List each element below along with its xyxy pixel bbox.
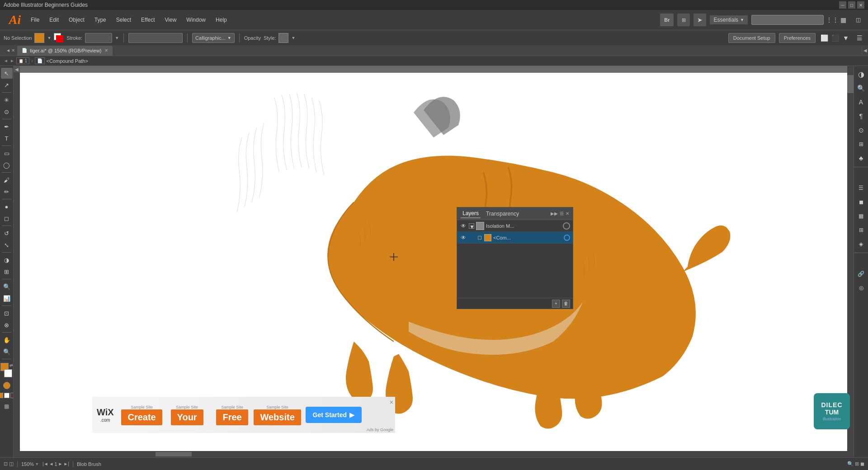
ellipse-tool-button[interactable]: ◯ — [1, 160, 13, 170]
layers-tab[interactable]: Layers — [461, 209, 481, 218]
scrollbar-thumb-vertical[interactable] — [847, 75, 854, 93]
new-layer-button[interactable]: + — [552, 300, 560, 308]
search-input[interactable] — [751, 15, 824, 25]
links-panel-button[interactable]: 🔗 — [855, 268, 868, 280]
prev-page-button[interactable]: ◄ — [49, 461, 54, 466]
first-page-button[interactable]: |◄ — [42, 461, 48, 466]
mesh-tool-button[interactable]: ⊞ — [1, 266, 13, 277]
wix-your-button[interactable]: Sample Site Your — [165, 401, 210, 428]
color-panel-button[interactable]: ◑ — [855, 68, 868, 80]
style-dropdown-arrow[interactable]: ▼ — [291, 36, 295, 40]
distribute-button[interactable]: ⬛ — [830, 33, 840, 43]
pencil-tool-button[interactable]: ✏ — [1, 186, 13, 197]
fill-color-box[interactable] — [34, 33, 44, 43]
pathfinder-button[interactable]: ◈ — [855, 238, 868, 250]
layer-visibility-icon[interactable]: 👁 — [460, 222, 467, 230]
swatches-panel-button[interactable]: ♣ — [855, 152, 868, 164]
menu-file[interactable]: File — [26, 10, 44, 30]
tab-collapse-button[interactable]: ◀ — [862, 46, 868, 56]
screen-mode-button[interactable]: ▦ — [838, 15, 848, 25]
close-button[interactable]: ✕ — [857, 1, 864, 9]
stroke-dropdown-arrow[interactable]: ▼ — [115, 36, 119, 40]
breadcrumb-layer-number[interactable]: 📋 1 — [16, 57, 29, 64]
menu-effect[interactable]: Effect — [137, 10, 159, 30]
navigator-panel-button[interactable]: ◎ — [855, 282, 868, 294]
menu-view[interactable]: View — [160, 10, 181, 30]
slice-tool-button[interactable]: ⊗ — [1, 320, 13, 330]
maximize-button[interactable]: □ — [848, 1, 855, 9]
eyedropper-tool-button[interactable]: 🔍 — [1, 281, 13, 292]
delete-layer-button[interactable]: 🗑 — [562, 300, 570, 308]
layers-button-tool[interactable]: ▦ — [1, 401, 13, 412]
tab-back-button[interactable]: ◄ — [6, 48, 10, 53]
hand-tool-button[interactable]: ✋ — [1, 334, 13, 345]
layer-expand-icon[interactable]: ▼ — [469, 223, 474, 229]
background-color-swatch[interactable] — [4, 369, 12, 377]
layers-panel-button[interactable]: ▦ — [855, 210, 868, 222]
rotate-tool-button[interactable]: ↺ — [1, 228, 13, 239]
layer-target-indicator[interactable] — [563, 222, 570, 230]
stroke-panel-button[interactable]: ⊙ — [855, 124, 868, 136]
scroll-left-collapse-button[interactable]: ◀ — [14, 66, 20, 72]
paragraph-panel-button[interactable]: ¶ — [855, 110, 868, 122]
menu-object[interactable]: Object — [64, 10, 89, 30]
menu-window[interactable]: Window — [182, 10, 210, 30]
pen-tool-button[interactable]: ✒ — [1, 121, 13, 132]
menu-type[interactable]: Type — [90, 10, 111, 30]
menu-help[interactable]: Help — [211, 10, 231, 30]
next-page-button[interactable]: ► — [58, 461, 63, 466]
zoom-tool-button[interactable]: 🔍 — [1, 346, 13, 357]
wix-free-button[interactable]: Sample Site Free — [210, 401, 255, 428]
measure-tool-button[interactable]: 📊 — [1, 293, 13, 304]
solid-fill-button[interactable] — [0, 393, 3, 398]
last-page-button[interactable]: ►| — [64, 461, 70, 466]
crop-tool-button[interactable]: ⊡ — [1, 308, 13, 319]
swap-colors-icon[interactable]: ⇄ — [9, 363, 13, 367]
document-setup-button[interactable]: Document Setup — [728, 33, 775, 43]
layer-row-compound[interactable]: 👁 <Com... — [457, 232, 573, 244]
stroke-width-input[interactable] — [85, 33, 112, 43]
brushes-panel-button[interactable]: ☰ — [855, 182, 868, 194]
status-search-button[interactable]: 🔍 — [847, 461, 854, 467]
layer-visibility-compound-icon[interactable]: 👁 — [460, 234, 467, 241]
lasso-tool-button[interactable]: ⊙ — [1, 106, 13, 117]
status-layers-button[interactable]: ◼ — [860, 461, 864, 467]
panel-expand-button[interactable]: ▶▶ — [551, 211, 558, 216]
paintbrush-tool-button[interactable]: 🖌 — [1, 174, 13, 185]
menu-select[interactable]: Select — [112, 10, 136, 30]
selection-tool-button[interactable]: ↖ — [1, 68, 13, 79]
gradient-tool-button[interactable]: ◑ — [1, 254, 13, 265]
panel-close-button[interactable]: ✕ — [566, 211, 569, 216]
wix-close-button[interactable]: × — [390, 399, 393, 406]
grid-view-button[interactable]: ⊞ — [677, 14, 690, 26]
eraser-tool-button[interactable]: ◻ — [1, 213, 13, 224]
scrollbar-thumb-horizontal[interactable] — [156, 452, 192, 456]
wix-get-started-button[interactable]: Get Started ▶ — [306, 407, 362, 423]
minimize-button[interactable]: ─ — [839, 1, 846, 9]
layer-row-isolation[interactable]: 👁 ▼ Isolation M... — [457, 220, 573, 232]
panel-toggle-button[interactable]: ⋮⋮ — [827, 15, 837, 25]
wix-create-button[interactable]: Sample Site Create — [119, 401, 165, 428]
gradient-fill-button[interactable] — [4, 393, 9, 398]
transparency-tab[interactable]: Transparency — [484, 210, 521, 218]
layer-target-compound-indicator[interactable] — [564, 235, 570, 241]
blob-brush-tool-button[interactable]: ● — [1, 201, 13, 212]
status-grid-button[interactable]: ⊞ — [855, 461, 859, 467]
fill-indicator[interactable] — [3, 382, 10, 389]
workspace-dropdown[interactable]: Essentials ▼ — [710, 15, 748, 24]
menu-edit[interactable]: Edit — [45, 10, 63, 30]
arrange-dropdown[interactable]: ▼ — [841, 33, 851, 43]
screen-mode-status[interactable]: ⊡ ◫ — [4, 461, 14, 467]
wix-website-button[interactable]: Sample Site Website — [255, 401, 300, 428]
rectangle-tool-button[interactable]: ▭ — [1, 148, 13, 159]
panel-options-button[interactable]: ☰ — [854, 33, 864, 43]
type-tool-button[interactable]: T — [1, 133, 13, 144]
layer-expand-compound-icon[interactable] — [478, 236, 481, 240]
horizontal-scrollbar[interactable] — [20, 451, 847, 457]
direct-selection-tool-button[interactable]: ↗ — [1, 80, 13, 90]
document-tab[interactable]: 📄 tiger.ai* @ 150% (RGB/Preview) ✕ — [17, 46, 113, 56]
zoom-status[interactable]: 150% ▼ — [21, 461, 39, 467]
stroke-style-input[interactable] — [128, 33, 183, 43]
graphic-styles-button[interactable]: ◼ — [855, 196, 868, 208]
preferences-button[interactable]: Preferences — [779, 33, 816, 43]
